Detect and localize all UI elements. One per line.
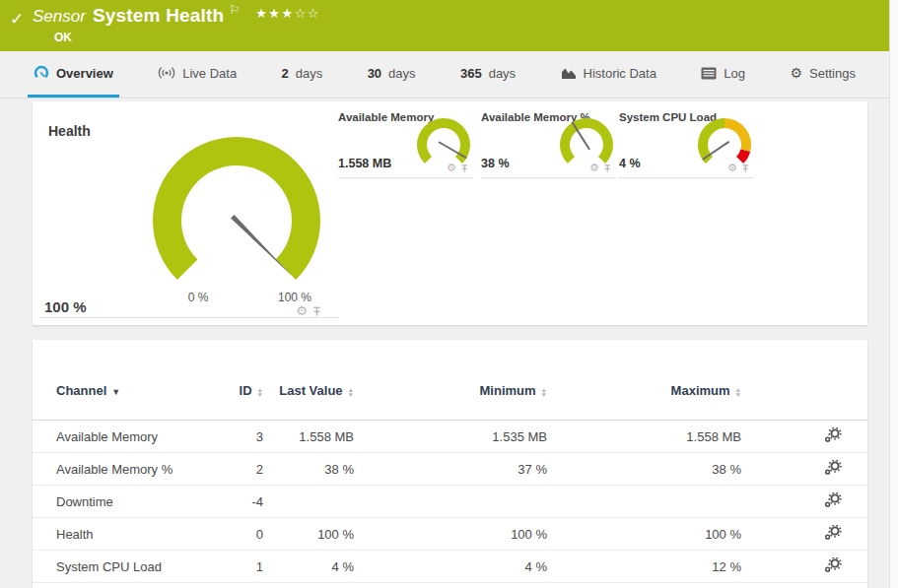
- channel-id: 0: [224, 527, 263, 542]
- available-memory-pct-gauge-panel: Available Memory % 38 % ⚙: [481, 109, 616, 178]
- channel-name: Downtime: [56, 494, 224, 509]
- header-label: Channel: [56, 383, 106, 398]
- channel-last-value: 38 %: [263, 462, 354, 477]
- tab-bar: Overview Live Data 2 days 30 days 365: [0, 51, 889, 98]
- gauge-scale-max: 100 %: [265, 291, 324, 304]
- system-cpu-load-gauge-panel: System CPU Load 4 % ⚙: [619, 109, 754, 178]
- gauge-value: 100 %: [44, 298, 87, 315]
- tab-label: days: [388, 66, 415, 81]
- channel-settings-icon[interactable]: [824, 427, 842, 442]
- gauge-value: 1.558 MB: [338, 157, 391, 170]
- tab-day-count: 2: [282, 66, 289, 81]
- channel-last-value: 100 %: [263, 527, 354, 542]
- channel-last-value: 4 %: [263, 559, 354, 574]
- tab-overview[interactable]: Overview: [28, 51, 119, 98]
- channel-settings-icon[interactable]: [824, 525, 842, 540]
- gauge-settings-gear-icon[interactable]: ⚙: [727, 163, 737, 173]
- health-gauge: [138, 132, 335, 314]
- sort-descending-icon: ▼: [111, 387, 120, 397]
- channel-settings-icon[interactable]: [824, 460, 842, 475]
- tab-label: Log: [724, 66, 745, 81]
- tab-2-days[interactable]: 2 days: [276, 51, 329, 98]
- header-label: Last Value: [279, 383, 342, 398]
- channel-settings-icon[interactable]: [824, 557, 842, 572]
- table-row: System CPU Load 1 4 % 4 % 12 %: [33, 551, 867, 583]
- channels-table-header: Channel▼ ID▲▼ Last Value▲▼ Minimum▲▼ Max…: [33, 340, 867, 421]
- gauge-settings-gear-icon[interactable]: ⚙: [589, 163, 599, 173]
- tab-365-days[interactable]: 365 days: [454, 51, 521, 98]
- tab-label: Settings: [809, 66, 856, 81]
- column-header-maximum[interactable]: Maximum▲▼: [547, 383, 741, 398]
- channel-minimum: 100 %: [354, 527, 547, 542]
- tab-live-data[interactable]: Live Data: [152, 51, 242, 98]
- gauge-value: 38 %: [481, 157, 510, 170]
- sort-icon: ▲▼: [735, 387, 741, 397]
- column-header-minimum[interactable]: Minimum▲▼: [354, 383, 547, 398]
- tab-day-count: 365: [460, 66, 482, 81]
- prtg-sensor-page: ✓ Sensor System Health ⚐ ★★★☆☆ OK Overvi…: [0, 0, 898, 588]
- sensor-title-block: Sensor System Health ⚐ ★★★☆☆ OK: [33, 5, 320, 44]
- channel-name: System CPU Load: [56, 559, 224, 574]
- channel-settings-icon[interactable]: [824, 492, 842, 507]
- priority-stars[interactable]: ★★★☆☆: [255, 6, 320, 21]
- health-gauge-panel: Health 0 % 100 % 100 % ⚙: [40, 111, 338, 318]
- header-label: ID: [240, 383, 252, 398]
- sensor-name: System Health: [93, 5, 225, 27]
- header-label: Minimum: [480, 383, 536, 398]
- flag-icon[interactable]: ⚐: [229, 3, 240, 17]
- channel-maximum: 1.558 MB: [547, 429, 741, 444]
- pin-icon[interactable]: [741, 163, 750, 172]
- pin-icon[interactable]: [460, 163, 469, 172]
- log-icon: [701, 67, 717, 80]
- pin-icon[interactable]: [603, 163, 612, 172]
- channel-maximum: 12 %: [547, 559, 741, 574]
- stars-filled[interactable]: ★★★: [255, 6, 294, 21]
- gauge-value: 4 %: [619, 157, 641, 170]
- gauge-icon: [34, 65, 49, 81]
- tab-30-days[interactable]: 30 days: [362, 51, 422, 98]
- tab-label: days: [489, 66, 516, 81]
- channel-id: 3: [224, 429, 263, 444]
- channel-name: Health: [56, 527, 224, 542]
- channel-minimum: 1.535 MB: [354, 429, 547, 444]
- tab-label: Overview: [56, 66, 113, 81]
- tab-log[interactable]: Log: [695, 51, 751, 98]
- gauge-scale-min: 0 %: [169, 291, 228, 304]
- channel-id: 1: [224, 559, 263, 574]
- column-header-last-value[interactable]: Last Value▲▼: [263, 383, 354, 398]
- gauge-title: Health: [48, 123, 91, 139]
- table-row: Health 0 100 % 100 % 100 %: [33, 518, 867, 551]
- table-row: Available Memory % 2 38 % 37 % 38 %: [33, 453, 867, 486]
- tab-settings[interactable]: ⚙ Settings: [784, 51, 862, 98]
- scrollbar-gutter[interactable]: [889, 0, 898, 588]
- column-header-channel[interactable]: Channel▼: [56, 383, 224, 398]
- overview-gauges-card: Health 0 % 100 % 100 % ⚙ Available Memor…: [33, 101, 867, 325]
- channels-table-card: Channel▼ ID▲▼ Last Value▲▼ Minimum▲▼ Max…: [33, 340, 867, 588]
- status-ok-check-icon: ✓: [10, 9, 24, 30]
- channel-maximum: 100 %: [547, 527, 741, 542]
- gauge-settings-gear-icon[interactable]: ⚙: [296, 304, 308, 317]
- pin-icon[interactable]: [311, 305, 322, 317]
- gauge-settings-gear-icon[interactable]: ⚙: [447, 163, 456, 173]
- tab-day-count: 30: [368, 66, 381, 81]
- gear-icon: ⚙: [790, 66, 802, 80]
- tab-label: Historic Data: [584, 66, 656, 81]
- historic-chart-icon: [561, 67, 577, 80]
- table-row: Available Memory 3 1.558 MB 1.535 MB 1.5…: [33, 421, 867, 453]
- channel-name: Available Memory %: [56, 462, 224, 477]
- channel-maximum: 38 %: [547, 462, 741, 477]
- channel-minimum: 4 %: [354, 559, 547, 574]
- tab-label: Live Data: [182, 66, 237, 81]
- sensor-status-text: OK: [54, 31, 320, 44]
- column-header-id[interactable]: ID▲▼: [224, 383, 263, 398]
- stars-empty[interactable]: ☆☆: [295, 6, 320, 21]
- available-memory-gauge-panel: Available Memory 1.558 MB ⚙: [338, 109, 473, 178]
- live-data-icon: [158, 66, 175, 80]
- channel-last-value: 1.558 MB: [263, 429, 354, 444]
- object-kind-label: Sensor: [33, 7, 86, 27]
- table-row: Downtime -4: [33, 486, 867, 518]
- tab-label: days: [296, 66, 322, 81]
- header-label: Maximum: [671, 383, 730, 398]
- sensor-status-header: ✓ Sensor System Health ⚐ ★★★☆☆ OK: [0, 0, 889, 51]
- tab-historic-data[interactable]: Historic Data: [555, 51, 662, 98]
